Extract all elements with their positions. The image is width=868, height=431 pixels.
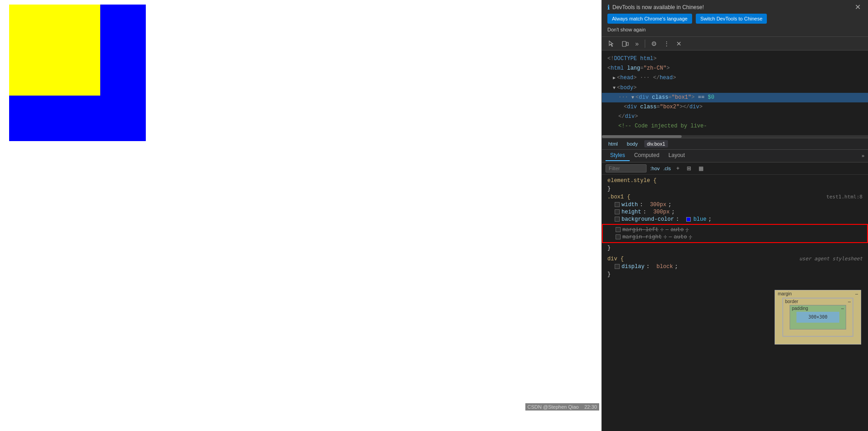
div-rule-close: } — [602, 270, 868, 279]
add-style-button[interactable]: + — [674, 164, 681, 172]
more-menu-button[interactable]: ⋮ — [661, 39, 672, 49]
cursor-icon — [608, 40, 615, 47]
device-icon — [621, 40, 629, 47]
element-style-selector: element.style { — [607, 177, 657, 184]
dont-show-row: Don't show again — [607, 26, 863, 33]
prop-width: width: 300px; — [602, 201, 868, 208]
clock-time: 22:30 — [584, 404, 597, 410]
dom-live-comment[interactable]: <!-- Code injected by live- — [602, 122, 868, 131]
notif-buttons-row: Always match Chrome's language Switch De… — [607, 14, 863, 24]
prop-height-checkbox[interactable] — [615, 209, 620, 214]
dom-html[interactable]: <html lang="zh-CN"> — [602, 64, 868, 73]
notif-title-row: ℹ DevTools is now available in Chinese! … — [607, 4, 863, 11]
prop-display-checkbox[interactable] — [615, 264, 620, 269]
info-icon: ℹ — [607, 4, 610, 11]
box1-selector-text: .box1 { — [607, 194, 630, 200]
prop-margin-left-checkbox[interactable] — [616, 227, 621, 232]
notif-close-button[interactable]: ✕ — [853, 4, 863, 11]
dom-tree: <!DOCTYPE html> <html lang="zh-CN"> ▶<he… — [602, 51, 868, 136]
dom-scroll-area[interactable] — [602, 136, 868, 138]
breadcrumb-body[interactable]: body — [624, 140, 641, 147]
box2 — [9, 5, 100, 96]
filter-cls-label[interactable]: .cls — [663, 166, 671, 171]
devtools-panel: ℹ DevTools is now available in Chinese! … — [601, 0, 868, 431]
devtools-toolbar: » ⚙ ⋮ ✕ — [602, 37, 868, 51]
new-style-rule-button[interactable]: ⊞ — [685, 164, 693, 172]
prop-background-color: background-color: blue; — [602, 216, 868, 223]
prop-width-checkbox[interactable] — [615, 202, 620, 207]
prop-margin-left: margin-left: auto; — [603, 225, 867, 233]
box-model-area: margin – border – padding – 300×300 — [602, 288, 868, 351]
breadcrumb-html[interactable]: html — [606, 140, 621, 147]
dom-doctype[interactable]: <!DOCTYPE html> — [602, 54, 868, 64]
bm-padding-layer: padding – 300×300 — [790, 305, 846, 330]
tab-styles[interactable]: Styles — [606, 150, 630, 161]
settings-button[interactable]: ⚙ — [649, 39, 659, 49]
bm-border-layer: border – padding – 300×300 — [782, 298, 853, 337]
styles-filter: :hov .cls + ⊞ ▦ — [602, 162, 868, 175]
prop-margin-right-checkbox[interactable] — [616, 234, 621, 239]
more-tabs-button[interactable]: » — [633, 39, 641, 49]
device-toggle-button[interactable] — [619, 39, 631, 49]
bm-content-layer: 300×300 — [796, 312, 839, 323]
breadcrumb-bar: html body div.box1 — [602, 138, 868, 150]
csdn-watermark: CSDN @Stephen Qiao 22:30 — [525, 403, 599, 411]
prop-display: display: block; — [602, 263, 868, 270]
prop-bg-checkbox[interactable] — [615, 217, 620, 222]
bm-margin-layer: margin – border – padding – 300×300 — [775, 290, 861, 345]
box1 — [9, 5, 146, 141]
tab-layout[interactable]: Layout — [664, 150, 689, 161]
css-rules: element.style { } .box1 { test1.html:8 w… — [602, 175, 868, 431]
element-style-block: element.style { — [602, 177, 868, 185]
dom-head[interactable]: ▶<head> ··· </head> — [602, 73, 868, 83]
main-content — [0, 0, 601, 431]
switch-to-chinese-button[interactable]: Switch DevTools to Chinese — [696, 14, 767, 24]
svg-rect-1 — [627, 42, 628, 46]
margin-highlight-box: margin-left: auto; margin-right: auto; — [602, 224, 868, 243]
dont-show-button[interactable]: Don't show again — [607, 27, 646, 32]
box-model-diagram: margin – border – padding – 300×300 — [775, 290, 861, 345]
bm-content-size: 300×300 — [808, 314, 827, 319]
dom-close-div[interactable]: </div> — [602, 112, 868, 122]
notif-title-text: DevTools is now available in Chinese! — [612, 4, 704, 10]
dom-body[interactable]: ▼<body> — [602, 83, 868, 93]
tab-computed[interactable]: Computed — [630, 150, 664, 161]
color-swatch-blue[interactable] — [686, 217, 691, 222]
match-language-button[interactable]: Always match Chrome's language — [607, 14, 692, 24]
demo-box-container — [0, 0, 146, 146]
dom-box2[interactable]: <div class="box2"></div> — [602, 102, 868, 112]
element-style-close: } — [602, 185, 868, 193]
filter-input[interactable] — [606, 164, 647, 172]
dom-scrollbar-track — [602, 135, 868, 138]
dom-box1[interactable]: ··· ▼<div class="box1"> == $0 — [602, 93, 868, 102]
close-devtools-button[interactable]: ✕ — [674, 39, 684, 49]
box1-rule-selector: .box1 { test1.html:8 — [602, 193, 868, 201]
box1-rule-close: } — [602, 244, 868, 252]
styles-tabs: Styles Computed Layout » — [602, 150, 868, 162]
dom-scrollbar-thumb[interactable] — [602, 135, 682, 138]
styles-more-tabs[interactable]: » — [862, 153, 864, 158]
div-selector-text: div { — [607, 256, 624, 262]
prop-margin-right: margin-right: auto; — [603, 233, 867, 242]
inspect-element-button[interactable] — [606, 39, 617, 49]
prop-height: height: 300px; — [602, 208, 868, 216]
toolbar-separator — [645, 40, 645, 48]
toggle-checkbox-button[interactable]: ▦ — [697, 164, 705, 172]
div-ua-selector-block: div { user agent stylesheet — [602, 255, 868, 263]
lang-notification: ℹ DevTools is now available in Chinese! … — [602, 0, 868, 37]
svg-rect-0 — [622, 41, 626, 46]
watermark-text: CSDN @Stephen Qiao — [528, 404, 579, 410]
breadcrumb-box1[interactable]: div.box1 — [644, 140, 668, 147]
filter-hov-label[interactable]: :hov — [650, 166, 660, 171]
ua-stylesheet-comment: user agent stylesheet — [799, 256, 863, 262]
box1-source: test1.html:8 — [827, 194, 863, 200]
